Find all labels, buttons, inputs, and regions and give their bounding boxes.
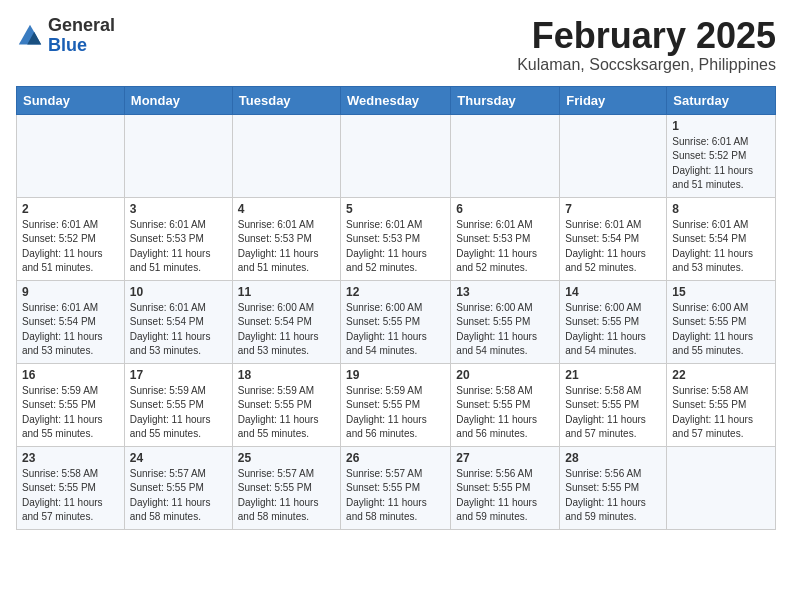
day-cell: 6Sunrise: 6:01 AM Sunset: 5:53 PM Daylig… <box>451 197 560 280</box>
day-cell: 1Sunrise: 6:01 AM Sunset: 5:52 PM Daylig… <box>667 114 776 197</box>
day-cell: 24Sunrise: 5:57 AM Sunset: 5:55 PM Dayli… <box>124 446 232 529</box>
day-cell: 13Sunrise: 6:00 AM Sunset: 5:55 PM Dayli… <box>451 280 560 363</box>
week-row-5: 23Sunrise: 5:58 AM Sunset: 5:55 PM Dayli… <box>17 446 776 529</box>
day-cell: 2Sunrise: 6:01 AM Sunset: 5:52 PM Daylig… <box>17 197 125 280</box>
day-cell: 7Sunrise: 6:01 AM Sunset: 5:54 PM Daylig… <box>560 197 667 280</box>
day-info: Sunrise: 6:00 AM Sunset: 5:55 PM Dayligh… <box>672 301 770 359</box>
day-info: Sunrise: 5:58 AM Sunset: 5:55 PM Dayligh… <box>456 384 554 442</box>
day-cell <box>232 114 340 197</box>
day-number: 17 <box>130 368 227 382</box>
day-info: Sunrise: 6:01 AM Sunset: 5:53 PM Dayligh… <box>238 218 335 276</box>
day-cell: 16Sunrise: 5:59 AM Sunset: 5:55 PM Dayli… <box>17 363 125 446</box>
day-number: 22 <box>672 368 770 382</box>
day-number: 24 <box>130 451 227 465</box>
day-info: Sunrise: 5:57 AM Sunset: 5:55 PM Dayligh… <box>130 467 227 525</box>
logo-general: General <box>48 16 115 36</box>
page-header: General Blue February 2025 Kulaman, Socc… <box>16 16 776 74</box>
day-info: Sunrise: 5:56 AM Sunset: 5:55 PM Dayligh… <box>565 467 661 525</box>
day-cell: 23Sunrise: 5:58 AM Sunset: 5:55 PM Dayli… <box>17 446 125 529</box>
day-cell: 19Sunrise: 5:59 AM Sunset: 5:55 PM Dayli… <box>341 363 451 446</box>
day-cell: 12Sunrise: 6:00 AM Sunset: 5:55 PM Dayli… <box>341 280 451 363</box>
day-info: Sunrise: 5:59 AM Sunset: 5:55 PM Dayligh… <box>22 384 119 442</box>
day-cell <box>341 114 451 197</box>
day-info: Sunrise: 5:59 AM Sunset: 5:55 PM Dayligh… <box>130 384 227 442</box>
day-info: Sunrise: 6:01 AM Sunset: 5:54 PM Dayligh… <box>672 218 770 276</box>
day-cell: 20Sunrise: 5:58 AM Sunset: 5:55 PM Dayli… <box>451 363 560 446</box>
day-info: Sunrise: 5:58 AM Sunset: 5:55 PM Dayligh… <box>22 467 119 525</box>
day-info: Sunrise: 6:01 AM Sunset: 5:52 PM Dayligh… <box>22 218 119 276</box>
day-cell: 28Sunrise: 5:56 AM Sunset: 5:55 PM Dayli… <box>560 446 667 529</box>
day-number: 15 <box>672 285 770 299</box>
header-day-monday: Monday <box>124 86 232 114</box>
day-info: Sunrise: 5:56 AM Sunset: 5:55 PM Dayligh… <box>456 467 554 525</box>
header-day-thursday: Thursday <box>451 86 560 114</box>
logo: General Blue <box>16 16 115 56</box>
day-cell: 27Sunrise: 5:56 AM Sunset: 5:55 PM Dayli… <box>451 446 560 529</box>
day-info: Sunrise: 6:01 AM Sunset: 5:53 PM Dayligh… <box>346 218 445 276</box>
day-info: Sunrise: 6:00 AM Sunset: 5:55 PM Dayligh… <box>456 301 554 359</box>
day-number: 1 <box>672 119 770 133</box>
day-info: Sunrise: 6:00 AM Sunset: 5:54 PM Dayligh… <box>238 301 335 359</box>
title-block: February 2025 Kulaman, Soccsksargen, Phi… <box>517 16 776 74</box>
day-info: Sunrise: 5:58 AM Sunset: 5:55 PM Dayligh… <box>565 384 661 442</box>
day-cell: 18Sunrise: 5:59 AM Sunset: 5:55 PM Dayli… <box>232 363 340 446</box>
day-number: 4 <box>238 202 335 216</box>
day-cell: 3Sunrise: 6:01 AM Sunset: 5:53 PM Daylig… <box>124 197 232 280</box>
day-number: 8 <box>672 202 770 216</box>
calendar-title: February 2025 <box>517 16 776 56</box>
day-info: Sunrise: 6:01 AM Sunset: 5:54 PM Dayligh… <box>22 301 119 359</box>
day-info: Sunrise: 6:01 AM Sunset: 5:52 PM Dayligh… <box>672 135 770 193</box>
day-info: Sunrise: 5:57 AM Sunset: 5:55 PM Dayligh… <box>238 467 335 525</box>
day-info: Sunrise: 5:58 AM Sunset: 5:55 PM Dayligh… <box>672 384 770 442</box>
day-cell <box>124 114 232 197</box>
day-number: 16 <box>22 368 119 382</box>
week-row-4: 16Sunrise: 5:59 AM Sunset: 5:55 PM Dayli… <box>17 363 776 446</box>
calendar-subtitle: Kulaman, Soccsksargen, Philippines <box>517 56 776 74</box>
day-number: 9 <box>22 285 119 299</box>
day-cell: 10Sunrise: 6:01 AM Sunset: 5:54 PM Dayli… <box>124 280 232 363</box>
day-number: 14 <box>565 285 661 299</box>
day-info: Sunrise: 6:00 AM Sunset: 5:55 PM Dayligh… <box>346 301 445 359</box>
day-info: Sunrise: 6:00 AM Sunset: 5:55 PM Dayligh… <box>565 301 661 359</box>
day-number: 19 <box>346 368 445 382</box>
day-cell: 25Sunrise: 5:57 AM Sunset: 5:55 PM Dayli… <box>232 446 340 529</box>
header-day-tuesday: Tuesday <box>232 86 340 114</box>
day-info: Sunrise: 5:59 AM Sunset: 5:55 PM Dayligh… <box>238 384 335 442</box>
day-number: 12 <box>346 285 445 299</box>
day-info: Sunrise: 6:01 AM Sunset: 5:54 PM Dayligh… <box>565 218 661 276</box>
day-info: Sunrise: 6:01 AM Sunset: 5:53 PM Dayligh… <box>456 218 554 276</box>
day-number: 26 <box>346 451 445 465</box>
day-number: 7 <box>565 202 661 216</box>
day-number: 10 <box>130 285 227 299</box>
day-number: 20 <box>456 368 554 382</box>
day-number: 18 <box>238 368 335 382</box>
day-cell: 4Sunrise: 6:01 AM Sunset: 5:53 PM Daylig… <box>232 197 340 280</box>
header-day-sunday: Sunday <box>17 86 125 114</box>
week-row-2: 2Sunrise: 6:01 AM Sunset: 5:52 PM Daylig… <box>17 197 776 280</box>
day-info: Sunrise: 6:01 AM Sunset: 5:54 PM Dayligh… <box>130 301 227 359</box>
day-cell: 9Sunrise: 6:01 AM Sunset: 5:54 PM Daylig… <box>17 280 125 363</box>
day-number: 3 <box>130 202 227 216</box>
logo-icon <box>16 22 44 50</box>
day-cell <box>667 446 776 529</box>
logo-blue: Blue <box>48 36 115 56</box>
day-number: 6 <box>456 202 554 216</box>
day-number: 13 <box>456 285 554 299</box>
day-cell: 26Sunrise: 5:57 AM Sunset: 5:55 PM Dayli… <box>341 446 451 529</box>
day-cell: 22Sunrise: 5:58 AM Sunset: 5:55 PM Dayli… <box>667 363 776 446</box>
day-cell <box>17 114 125 197</box>
day-cell: 5Sunrise: 6:01 AM Sunset: 5:53 PM Daylig… <box>341 197 451 280</box>
week-row-3: 9Sunrise: 6:01 AM Sunset: 5:54 PM Daylig… <box>17 280 776 363</box>
calendar-header-row: SundayMondayTuesdayWednesdayThursdayFrid… <box>17 86 776 114</box>
day-cell: 21Sunrise: 5:58 AM Sunset: 5:55 PM Dayli… <box>560 363 667 446</box>
day-number: 27 <box>456 451 554 465</box>
week-row-1: 1Sunrise: 6:01 AM Sunset: 5:52 PM Daylig… <box>17 114 776 197</box>
day-number: 23 <box>22 451 119 465</box>
day-info: Sunrise: 5:59 AM Sunset: 5:55 PM Dayligh… <box>346 384 445 442</box>
day-info: Sunrise: 6:01 AM Sunset: 5:53 PM Dayligh… <box>130 218 227 276</box>
calendar-table: SundayMondayTuesdayWednesdayThursdayFrid… <box>16 86 776 530</box>
day-number: 2 <box>22 202 119 216</box>
header-day-saturday: Saturday <box>667 86 776 114</box>
day-number: 28 <box>565 451 661 465</box>
day-cell: 17Sunrise: 5:59 AM Sunset: 5:55 PM Dayli… <box>124 363 232 446</box>
